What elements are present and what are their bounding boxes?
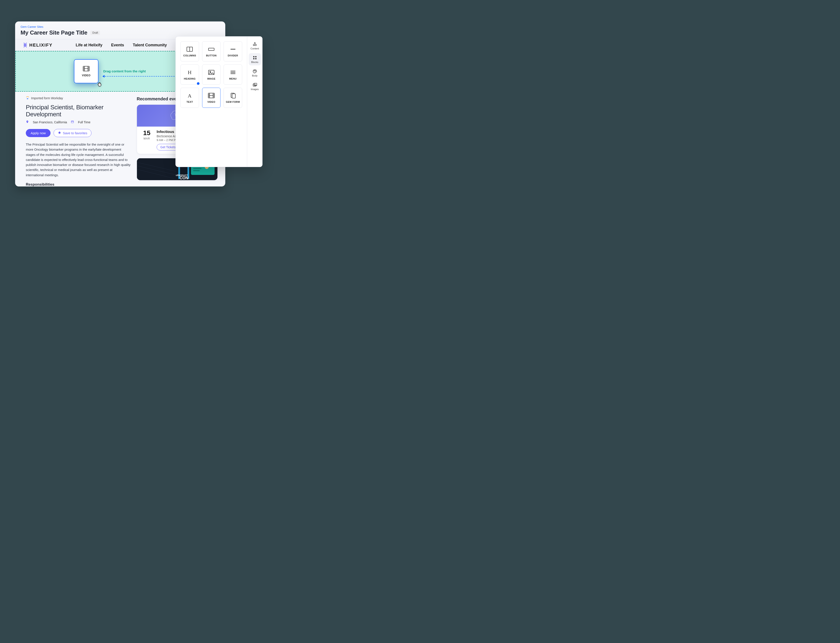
shapes-icon: [252, 42, 257, 47]
block-text[interactable]: A TEXT: [180, 88, 199, 108]
brand: HELIXIFY: [23, 42, 52, 48]
tab-label: Body: [252, 74, 257, 77]
svg-rect-48: [255, 44, 256, 46]
svg-point-55: [255, 71, 256, 71]
svg-point-53: [254, 71, 254, 71]
dragged-block-label: VIDEO: [82, 74, 90, 77]
block-label: DIVIDER: [228, 54, 238, 57]
tab-content[interactable]: Content: [249, 39, 261, 52]
block-label: TEXT: [186, 101, 193, 103]
job-description: The Principal Scientist will be responsi…: [26, 142, 131, 178]
event-date: 15 MAR: [141, 130, 153, 150]
canvas: Gem Career Sites My Career Site Page Tit…: [0, 0, 277, 212]
save-label: Save to favorites: [63, 131, 87, 135]
svg-point-32: [210, 71, 211, 72]
nav-link-life[interactable]: Life at Helixify: [76, 43, 102, 47]
job-type: Full Time: [78, 121, 90, 124]
apply-button[interactable]: Apply now: [26, 129, 51, 137]
page-title: My Career Site Page Title: [21, 29, 87, 36]
svg-text:H: H: [188, 70, 192, 75]
svg-rect-46: [232, 94, 235, 98]
svg-rect-22: [193, 168, 201, 169]
job-title: Principal Scientist, Biomarker Developme…: [26, 104, 131, 118]
dragged-block-video[interactable]: VIDEO: [74, 59, 98, 83]
block-label: VIDEO: [208, 101, 215, 103]
block-button[interactable]: BUTTON: [202, 41, 221, 62]
block-image[interactable]: IMAGE: [202, 65, 221, 85]
block-label: COLUMNS: [183, 54, 196, 57]
block-divider[interactable]: DIVIDER: [224, 41, 242, 62]
divider-icon: [229, 46, 237, 52]
event-day: 15: [141, 130, 153, 136]
job-location: San Francisco, California: [33, 121, 67, 124]
svg-rect-51: [253, 58, 254, 59]
block-label: BUTTON: [206, 54, 217, 57]
status-badge: Draft: [90, 31, 100, 35]
event-month: MAR: [141, 137, 153, 140]
block-label: HEADING: [184, 77, 196, 80]
tab-label: Content: [250, 47, 259, 50]
svg-text:A: A: [188, 93, 192, 99]
image-icon: [208, 69, 215, 75]
tab-body[interactable]: Body: [249, 67, 261, 79]
brand-name: HELIXIFY: [29, 42, 52, 48]
block-columns[interactable]: COLUMNS: [180, 41, 199, 62]
block-label: GEM FORM: [226, 101, 240, 103]
block-palette-panel: COLUMNS BUTTON DIVIDER H HEADING: [175, 36, 263, 167]
block-grid: COLUMNS BUTTON DIVIDER H HEADING: [176, 36, 247, 167]
block-label: MENU: [229, 77, 237, 80]
text-icon: A: [186, 93, 193, 99]
block-label: IMAGE: [207, 77, 216, 80]
images-icon: [252, 82, 257, 87]
video-icon: [83, 65, 90, 72]
imported-label: Imported form Workday: [31, 96, 63, 100]
block-gem-form[interactable]: GEM FORM: [224, 88, 242, 108]
svg-rect-23: [193, 170, 200, 171]
nav-link-talent[interactable]: Talent Community: [133, 43, 167, 47]
columns-icon: [186, 46, 193, 52]
heading-icon: H: [186, 69, 193, 75]
svg-rect-49: [253, 56, 254, 57]
star-icon: [58, 131, 61, 135]
block-menu[interactable]: MENU: [224, 65, 242, 85]
form-icon: [229, 93, 237, 99]
block-heading[interactable]: H HEADING: [180, 65, 199, 85]
grid-icon: [252, 55, 257, 60]
sidebar-tabs: Content Blocks Body Images: [247, 36, 262, 167]
video-icon: [208, 93, 215, 99]
breadcrumb[interactable]: Gem Career Sites: [21, 25, 220, 28]
svg-point-47: [253, 44, 254, 46]
brand-logo-icon: [23, 42, 27, 48]
menu-icon: [229, 69, 237, 75]
button-icon: [208, 46, 215, 52]
svg-text:=PRODUCT: =PRODUCT: [176, 174, 188, 177]
palette-icon: [252, 69, 257, 74]
tab-label: Images: [251, 88, 258, 90]
tab-label: Blocks: [251, 61, 258, 64]
location-pin-icon: [26, 120, 29, 124]
block-video[interactable]: VIDEO: [202, 88, 221, 108]
drop-hint: Drag content from the right: [103, 69, 146, 73]
imported-badge: w Imported form Workday: [26, 96, 131, 100]
drag-origin-dot-icon: [197, 82, 199, 85]
workday-icon: w: [26, 96, 29, 100]
svg-rect-28: [209, 48, 214, 51]
svg-rect-52: [255, 58, 257, 59]
tab-images[interactable]: Images: [249, 80, 261, 93]
calendar-icon: [71, 120, 74, 124]
svg-rect-50: [255, 56, 257, 57]
svg-text:w: w: [27, 98, 28, 100]
nav-link-events[interactable]: Events: [111, 43, 124, 47]
svg-rect-9: [71, 121, 74, 123]
responsibilities-heading: Responsibilities: [26, 182, 131, 186]
save-button[interactable]: Save to favorites: [54, 129, 92, 137]
svg-point-54: [254, 70, 255, 70]
tab-blocks[interactable]: Blocks: [249, 53, 261, 65]
grab-cursor-icon: [97, 82, 102, 87]
